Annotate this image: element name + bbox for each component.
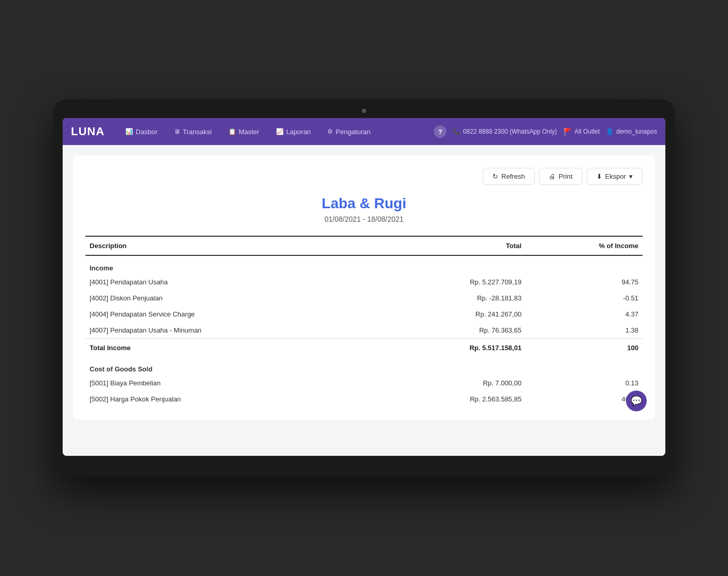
section-label-cogs: Cost of Goods Sold	[85, 357, 643, 375]
phone-info: 📞 0822 8888 2300 (WhatsApp Only)	[453, 128, 557, 135]
row-link-4007[interactable]: [4007] Pendapatan Usaha - Minuman	[85, 322, 378, 339]
table-header: Description Total % of Income	[85, 236, 643, 255]
row-total-5001: Rp. 7.000,00	[378, 375, 526, 391]
main-content: ↻ Refresh 🖨 Print ⬇ Ekspor ▾ Laba	[63, 145, 665, 456]
export-label: Ekspor	[605, 172, 626, 180]
print-icon: 🖨	[549, 172, 556, 180]
phone-number: 0822 8888 2300 (WhatsApp Only)	[463, 128, 557, 135]
table-row: [4007] Pendapatan Usaha - Minuman Rp. 76…	[85, 322, 643, 339]
row-link-4001[interactable]: [4001] Pendapatan Usaha	[85, 274, 378, 290]
laptop-frame: LUNA 📊 Dasbor 🖥 Transaksi 📋 Master 📈 Lap…	[53, 99, 675, 477]
table-row: [4002] Diskon Penjualan Rp. -28.181,83 -…	[85, 290, 643, 306]
nav-label-master: Master	[239, 128, 259, 136]
col-header-pct-income: % of Income	[526, 236, 643, 255]
table-row: [4004] Pendapatan Service Charge Rp. 241…	[85, 306, 643, 322]
table-header-row: Description Total % of Income	[85, 236, 643, 255]
username: demo_lunapos	[616, 128, 657, 135]
total-label-income: Total Income	[85, 339, 378, 357]
refresh-label: Refresh	[501, 172, 525, 180]
refresh-icon: ↻	[492, 172, 498, 180]
report-table: Description Total % of Income Income [40…	[85, 236, 643, 407]
section-label-income: Income	[85, 255, 643, 274]
export-icon: ⬇	[596, 172, 602, 180]
col-header-description: Description	[85, 236, 378, 255]
print-button[interactable]: 🖨 Print	[539, 168, 583, 185]
row-total-4004: Rp. 241.267,00	[378, 306, 526, 322]
content-card: ↻ Refresh 🖨 Print ⬇ Ekspor ▾ Laba	[73, 155, 655, 420]
laptop-screen: LUNA 📊 Dasbor 🖥 Transaksi 📋 Master 📈 Lap…	[63, 118, 665, 456]
col-header-total: Total	[378, 236, 526, 255]
help-button[interactable]: ?	[434, 125, 446, 138]
logo: LUNA	[71, 125, 105, 138]
user-icon: 👤	[606, 128, 614, 135]
pengaturan-icon: ⚙	[327, 128, 333, 135]
row-pct-5001: 0.13	[526, 375, 643, 391]
report-date: 01/08/2021 - 18/08/2021	[85, 215, 643, 223]
nav-item-dasbor[interactable]: 📊 Dasbor	[119, 125, 164, 139]
total-value-income: Rp. 5.517.158,01	[378, 339, 526, 357]
section-header-cogs: Cost of Goods Sold	[85, 357, 643, 375]
chevron-down-icon: ▾	[629, 172, 633, 180]
row-total-4007: Rp. 76.363,65	[378, 322, 526, 339]
toolbar: ↻ Refresh 🖨 Print ⬇ Ekspor ▾	[85, 168, 643, 185]
nav-right: ? 📞 0822 8888 2300 (WhatsApp Only) 🚩 All…	[434, 125, 657, 138]
total-row-income: Total Income Rp. 5.517.158,01 100	[85, 339, 643, 357]
row-pct-4007: 1.38	[526, 322, 643, 339]
row-link-5002[interactable]: [5002] Harga Pokok Penjualan	[85, 391, 378, 407]
nav-item-laporan[interactable]: 📈 Laporan	[270, 125, 317, 139]
table-row: [4001] Pendapatan Usaha Rp. 5.227.709,19…	[85, 274, 643, 290]
camera-dot	[362, 109, 366, 113]
section-header-income: Income	[85, 255, 643, 274]
nav-item-transaksi[interactable]: 🖥 Transaksi	[168, 125, 218, 139]
report-header: Laba & Rugi 01/08/2021 - 18/08/2021	[85, 195, 643, 223]
dasbor-icon: 📊	[125, 128, 133, 135]
laporan-icon: 📈	[276, 128, 284, 135]
top-nav: LUNA 📊 Dasbor 🖥 Transaksi 📋 Master 📈 Lap…	[63, 118, 665, 145]
row-total-4001: Rp. 5.227.709,19	[378, 274, 526, 290]
row-total-5002: Rp. 2.563.585,85	[378, 391, 526, 407]
total-pct-income: 100	[526, 339, 643, 357]
export-button[interactable]: ⬇ Ekspor ▾	[587, 168, 643, 185]
row-pct-5002: 46.47	[526, 391, 643, 407]
user-menu[interactable]: 👤 demo_lunapos	[606, 128, 657, 135]
row-pct-4002: -0.51	[526, 290, 643, 306]
transaksi-icon: 🖥	[174, 128, 180, 135]
nav-item-master[interactable]: 📋 Master	[222, 125, 266, 139]
nav-label-transaksi: Transaksi	[183, 128, 212, 136]
outlet-selector[interactable]: 🚩 All Outlet	[563, 127, 600, 136]
chat-fab-button[interactable]: 💬	[626, 391, 647, 411]
chat-icon: 💬	[631, 395, 642, 407]
table-row: [5001] Biaya Pembelian Rp. 7.000,00 0.13	[85, 375, 643, 391]
table-body: Income [4001] Pendapatan Usaha Rp. 5.227…	[85, 255, 643, 407]
nav-item-pengaturan[interactable]: ⚙ Pengaturan	[321, 125, 376, 139]
row-link-5001[interactable]: [5001] Biaya Pembelian	[85, 375, 378, 391]
phone-icon: 📞	[453, 128, 460, 135]
print-label: Print	[559, 172, 573, 180]
master-icon: 📋	[228, 128, 236, 135]
nav-label-laporan: Laporan	[286, 128, 311, 136]
table-row: [5002] Harga Pokok Penjualan Rp. 2.563.5…	[85, 391, 643, 407]
row-total-4002: Rp. -28.181,83	[378, 290, 526, 306]
row-pct-4004: 4.37	[526, 306, 643, 322]
report-title: Laba & Rugi	[85, 195, 643, 212]
row-pct-4001: 94.75	[526, 274, 643, 290]
row-link-4002[interactable]: [4002] Diskon Penjualan	[85, 290, 378, 306]
nav-label-pengaturan: Pengaturan	[336, 128, 370, 136]
refresh-button[interactable]: ↻ Refresh	[483, 168, 535, 185]
outlet-label: All Outlet	[575, 128, 600, 135]
flag-icon: 🚩	[563, 127, 572, 136]
row-link-4004[interactable]: [4004] Pendapatan Service Charge	[85, 306, 378, 322]
nav-label-dasbor: Dasbor	[136, 128, 157, 136]
